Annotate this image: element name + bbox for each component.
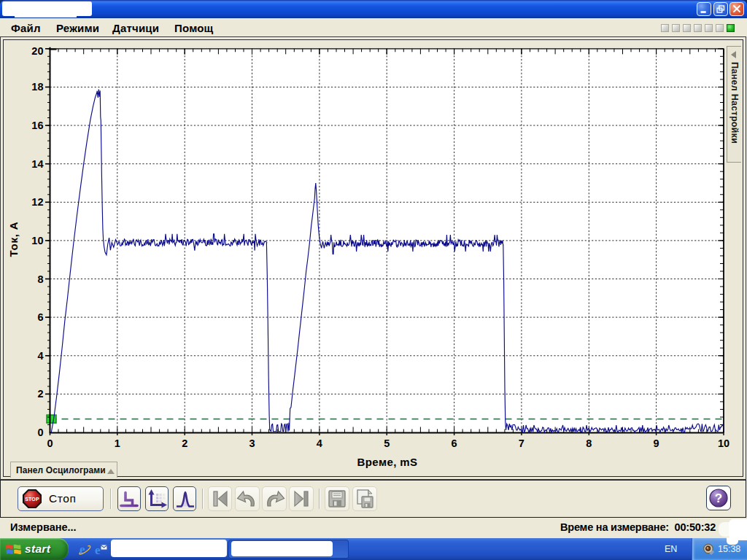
svg-text:e: e [95, 543, 101, 556]
svg-text:STOP: STOP [25, 497, 39, 502]
svg-text:?: ? [715, 491, 722, 505]
